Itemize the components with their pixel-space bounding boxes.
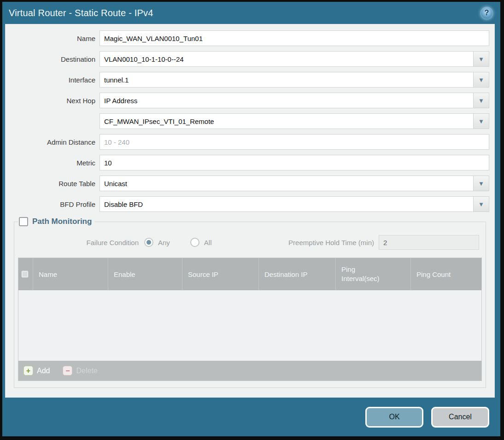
path-monitoring-legend: Path Monitoring <box>18 217 95 226</box>
next-hop-address-field: ▼ <box>100 113 489 129</box>
metric-input[interactable] <box>100 155 489 170</box>
cancel-button[interactable]: Cancel <box>431 407 489 428</box>
route-table-input[interactable] <box>100 176 473 191</box>
destination-row: Destination ▼ <box>6 51 489 67</box>
plus-icon: + <box>23 366 33 375</box>
bfd-profile-row: BFD Profile ▼ <box>6 196 489 212</box>
chevron-down-icon[interactable]: ▼ <box>473 52 489 66</box>
path-monitoring-checkbox[interactable] <box>19 217 28 226</box>
chevron-down-icon[interactable]: ▼ <box>473 176 489 191</box>
next-hop-address-row: ▼ <box>6 113 489 129</box>
radio-any-label: Any <box>158 239 170 246</box>
add-button[interactable]: + Add <box>23 366 50 375</box>
header-cell-destination-ip: Destination IP <box>259 258 336 290</box>
preemptive-hold-time-label: Preemptive Hold Time (min) <box>288 239 374 246</box>
chevron-down-icon[interactable]: ▼ <box>473 93 489 108</box>
interface-field: ▼ <box>100 72 489 88</box>
header-cell-ping-interval: Ping Interval(sec) <box>336 258 411 290</box>
next-hop-address-input[interactable] <box>100 114 473 129</box>
metric-row: Metric <box>6 155 489 170</box>
admin-distance-field <box>100 134 489 150</box>
select-all-checkbox[interactable] <box>21 270 29 278</box>
name-row: Name <box>6 30 489 46</box>
preemptive-hold-time-input[interactable] <box>379 235 479 250</box>
admin-distance-input[interactable] <box>100 135 489 149</box>
delete-button-label: Delete <box>76 367 97 375</box>
header-cell-ping-count: Ping Count <box>411 258 481 290</box>
name-input[interactable] <box>100 31 489 46</box>
metric-field <box>100 155 489 170</box>
header-cell-enable: Enable <box>108 258 182 290</box>
admin-distance-label: Admin Distance <box>6 138 100 146</box>
table-header: Name Enable Source IP Destination IP Pin… <box>18 258 481 290</box>
name-field <box>100 30 489 46</box>
table-footer: + Add − Delete <box>18 361 481 381</box>
next-hop-type-input[interactable] <box>100 93 473 108</box>
next-hop-row: Next Hop ▼ <box>6 93 489 108</box>
chevron-down-icon[interactable]: ▼ <box>473 72 489 87</box>
next-hop-type-field: ▼ <box>100 93 489 108</box>
metric-label: Metric <box>6 159 100 167</box>
name-label: Name <box>6 35 100 42</box>
dialog-title: Virtual Router - Static Route - IPv4 <box>9 8 481 18</box>
destination-input[interactable] <box>100 52 473 66</box>
help-icon[interactable]: ? <box>481 7 493 19</box>
header-cell-source-ip: Source IP <box>182 258 259 290</box>
radio-all[interactable] <box>190 238 199 247</box>
chevron-down-icon[interactable]: ▼ <box>473 114 489 129</box>
header-cell-select <box>18 258 33 290</box>
destination-label: Destination <box>6 55 100 63</box>
ok-button[interactable]: OK <box>365 407 423 428</box>
radio-any[interactable] <box>144 238 153 247</box>
add-button-label: Add <box>37 367 50 375</box>
destination-field: ▼ <box>100 51 489 67</box>
path-monitoring-table: Name Enable Source IP Destination IP Pin… <box>18 258 482 381</box>
delete-button[interactable]: − Delete <box>63 366 97 375</box>
radio-all-label: All <box>204 239 212 246</box>
titlebar: Virtual Router - Static Route - IPv4 ? <box>2 2 500 24</box>
route-table-row: Route Table ▼ <box>6 176 489 191</box>
failure-condition-label: Failure Condition <box>18 239 139 246</box>
route-table-label: Route Table <box>6 180 100 188</box>
bfd-profile-field: ▼ <box>100 196 489 212</box>
failure-condition-row: Failure Condition Any All Preemptive Hol… <box>18 235 479 250</box>
dialog-footer: OK Cancel <box>2 398 500 436</box>
header-cell-name: Name <box>33 258 108 290</box>
chevron-down-icon[interactable]: ▼ <box>473 197 489 211</box>
bfd-profile-input[interactable] <box>100 197 473 211</box>
interface-label: Interface <box>6 76 100 84</box>
path-monitoring-label: Path Monitoring <box>32 217 92 226</box>
dialog-window: Virtual Router - Static Route - IPv4 ? N… <box>2 2 500 436</box>
table-body-empty <box>18 290 481 361</box>
interface-row: Interface ▼ <box>6 72 489 88</box>
admin-distance-row: Admin Distance <box>6 134 489 150</box>
next-hop-label: Next Hop <box>6 97 100 105</box>
route-table-field: ▼ <box>100 176 489 191</box>
bfd-profile-label: BFD Profile <box>6 200 100 208</box>
path-monitoring-section: Path Monitoring Failure Condition Any Al… <box>14 217 486 388</box>
minus-icon: − <box>63 366 72 375</box>
interface-input[interactable] <box>100 72 473 87</box>
content-panel: Name Destination ▼ Interface ▼ Next Hop <box>5 24 495 398</box>
